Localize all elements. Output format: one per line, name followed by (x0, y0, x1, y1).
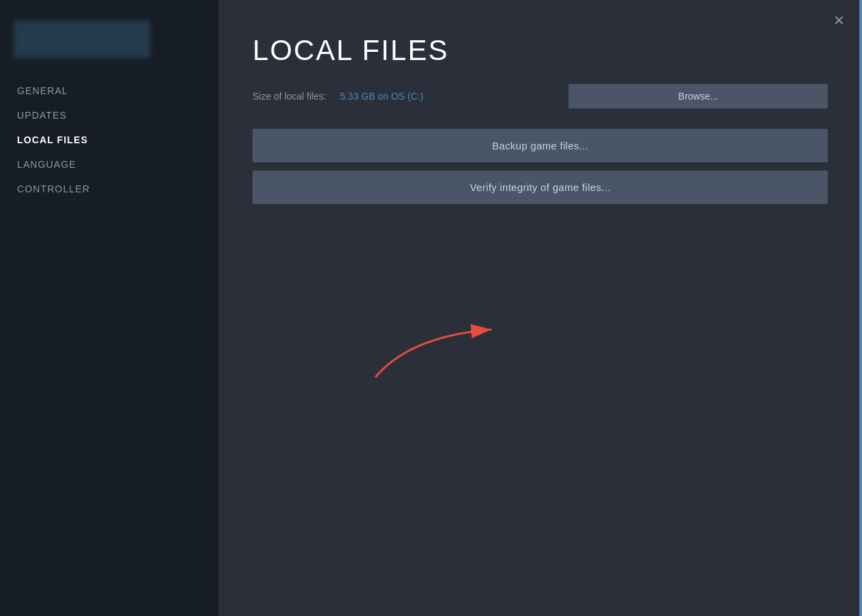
main-content: ✕ LOCAL FILES Size of local files: 5.33 … (218, 0, 862, 616)
sidebar-item-controller[interactable]: CONTROLLER (0, 177, 218, 201)
sidebar-item-language[interactable]: LANGUAGE (0, 152, 218, 177)
dialog: GENERAL UPDATES LOCAL FILES LANGUAGE CON… (0, 0, 862, 616)
sidebar-nav: GENERAL UPDATES LOCAL FILES LANGUAGE CON… (0, 78, 218, 201)
sidebar-item-updates[interactable]: UPDATES (0, 103, 218, 128)
backup-button[interactable]: Backup game files... (253, 129, 828, 162)
size-label: Size of local files: (253, 91, 326, 102)
close-button[interactable]: ✕ (830, 10, 848, 31)
arrow-icon (369, 323, 505, 391)
sidebar: GENERAL UPDATES LOCAL FILES LANGUAGE CON… (0, 0, 218, 616)
size-row: Size of local files: 5.33 GB on OS (C:) … (253, 84, 828, 108)
game-title-box (14, 20, 150, 58)
browse-button[interactable]: Browse... (569, 84, 828, 108)
sidebar-item-local-files[interactable]: LOCAL FILES (0, 128, 218, 152)
verify-button[interactable]: Verify integrity of game files... (253, 171, 828, 204)
page-title: LOCAL FILES (253, 34, 828, 67)
arrow-annotation (369, 323, 505, 391)
size-value[interactable]: 5.33 GB on OS (C:) (340, 91, 423, 102)
right-accent (859, 0, 862, 616)
sidebar-item-general[interactable]: GENERAL (0, 78, 218, 103)
